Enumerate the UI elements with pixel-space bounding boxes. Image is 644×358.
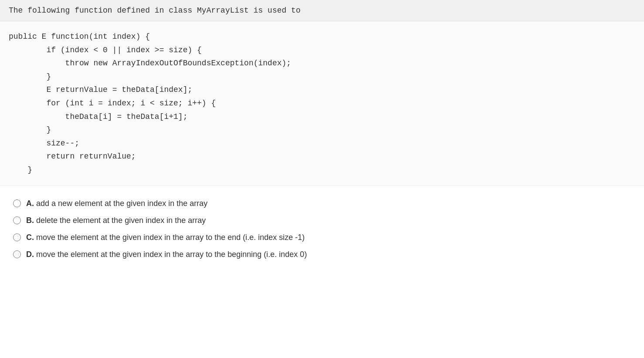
answer-label-d: D. move the element at the given index i…	[26, 250, 307, 259]
description-bar: The following function defined in class …	[0, 0, 644, 21]
answers-container: A. add a new element at the given index …	[0, 186, 644, 280]
radio-a[interactable]	[13, 199, 21, 207]
code-block: public E function(int index) { if (index…	[9, 30, 635, 177]
radio-d[interactable]	[13, 250, 21, 258]
radio-c[interactable]	[13, 233, 21, 241]
radio-b[interactable]	[13, 216, 21, 224]
answer-label-a: A. add a new element at the given index …	[26, 199, 207, 208]
answer-item-a: A. add a new element at the given index …	[13, 199, 631, 208]
answer-item-b: B. delete the element at the given index…	[13, 216, 631, 225]
answer-item-d: D. move the element at the given index i…	[13, 250, 631, 259]
description-text: The following function defined in class …	[9, 6, 301, 15]
code-container: public E function(int index) { if (index…	[0, 21, 644, 186]
answer-label-c: C. move the element at the given index i…	[26, 233, 305, 242]
answer-item-c: C. move the element at the given index i…	[13, 233, 631, 242]
answer-label-b: B. delete the element at the given index…	[26, 216, 206, 225]
